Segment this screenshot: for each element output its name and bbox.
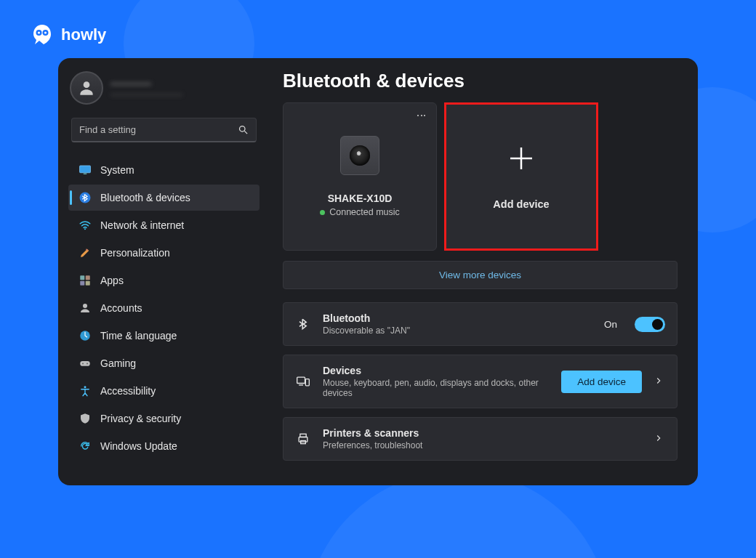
svg-rect-15 <box>86 281 90 286</box>
row-title: Printers & scanners <box>323 427 642 439</box>
button-label: Add device <box>577 376 626 387</box>
svg-rect-9 <box>84 174 87 175</box>
row-printers[interactable]: Printers & scanners Preferences, trouble… <box>283 417 677 461</box>
row-bluetooth[interactable]: Bluetooth Discoverable as "JAN" On <box>283 302 677 346</box>
sidebar-item-accounts[interactable]: Accounts <box>68 295 260 321</box>
page-title: Bluetooth & devices <box>283 70 677 92</box>
brand-text: howly <box>61 25 106 44</box>
sidebar-item-gaming[interactable]: Gaming <box>68 350 260 376</box>
svg-point-19 <box>82 363 84 364</box>
gamepad-icon <box>79 357 92 370</box>
sidebar-item-system[interactable]: System <box>68 157 260 183</box>
clock-globe-icon <box>79 329 92 342</box>
sidebar-item-personalization[interactable]: Personalization <box>68 240 260 266</box>
svg-line-6 <box>244 131 247 134</box>
device-status-text: Connected music <box>329 207 400 217</box>
account-email: ————————— <box>110 89 182 98</box>
search-input[interactable] <box>79 124 238 135</box>
sidebar: ———— ————————— System Bluetooth & device… <box>58 58 265 485</box>
svg-rect-18 <box>80 361 90 366</box>
svg-rect-28 <box>300 434 306 437</box>
svg-rect-13 <box>86 275 90 280</box>
brush-icon <box>79 246 92 259</box>
toggle-label: On <box>604 319 617 330</box>
owl-icon <box>29 22 55 48</box>
avatar <box>70 71 103 105</box>
svg-point-16 <box>83 304 87 308</box>
connected-device-card[interactable]: ⋮ SHAKE-X10D Connected music <box>283 102 437 251</box>
svg-point-3 <box>44 31 47 33</box>
row-devices[interactable]: Devices Mouse, keyboard, pen, audio, dis… <box>283 355 677 408</box>
wifi-icon <box>79 219 92 232</box>
svg-rect-25 <box>305 379 309 386</box>
svg-rect-24 <box>297 377 305 383</box>
bluetooth-icon <box>79 191 92 204</box>
bluetooth-toggle[interactable] <box>635 317 665 332</box>
apps-icon <box>79 274 92 287</box>
monitor-icon <box>79 163 92 177</box>
chevron-right-icon <box>654 376 665 387</box>
row-subtitle: Discoverable as "JAN" <box>323 326 541 336</box>
svg-point-11 <box>84 228 86 230</box>
sidebar-item-network[interactable]: Network & internet <box>68 212 260 238</box>
add-device-button[interactable]: Add device <box>561 371 642 393</box>
search-icon <box>238 124 249 135</box>
sidebar-item-label: Accessibility <box>100 385 156 397</box>
add-device-card[interactable]: Add device <box>444 102 598 251</box>
view-more-devices[interactable]: View more devices <box>283 261 677 289</box>
svg-point-2 <box>38 31 40 33</box>
row-title: Bluetooth <box>323 312 592 324</box>
sidebar-item-accessibility[interactable]: Accessibility <box>68 378 260 404</box>
printer-icon <box>295 431 311 447</box>
sidebar-item-label: Personalization <box>100 247 170 259</box>
sidebar-item-label: System <box>100 164 134 176</box>
row-title: Devices <box>323 365 550 376</box>
sidebar-item-time[interactable]: Time & language <box>68 323 260 349</box>
sidebar-item-label: Accounts <box>100 302 142 314</box>
row-subtitle: Mouse, keyboard, pen, audio, displays an… <box>323 378 541 398</box>
shield-icon <box>79 412 92 425</box>
bluetooth-icon <box>295 316 311 332</box>
sidebar-item-label: Windows Update <box>100 440 177 452</box>
person-icon <box>79 302 92 315</box>
svg-point-21 <box>84 386 87 388</box>
howly-logo: howly <box>29 22 106 48</box>
search-box[interactable] <box>71 118 257 142</box>
device-cards-row: ⋮ SHAKE-X10D Connected music Add device <box>283 102 677 251</box>
speaker-icon <box>340 136 379 175</box>
device-name: SHAKE-X10D <box>328 193 393 204</box>
update-icon <box>79 440 92 453</box>
chevron-right-icon <box>654 433 665 445</box>
sidebar-item-label: Apps <box>100 275 124 286</box>
add-device-label: Add device <box>493 198 549 210</box>
nav: System Bluetooth & devices Network & int… <box>68 157 260 459</box>
settings-window: ———— ————————— System Bluetooth & device… <box>58 58 698 485</box>
plus-icon <box>507 144 536 178</box>
svg-rect-27 <box>299 437 307 442</box>
accessibility-icon <box>79 384 92 397</box>
svg-rect-12 <box>80 275 84 280</box>
sidebar-item-label: Gaming <box>100 357 136 369</box>
status-dot-icon <box>320 210 325 215</box>
sidebar-item-update[interactable]: Windows Update <box>68 433 260 459</box>
sidebar-item-apps[interactable]: Apps <box>68 267 260 294</box>
sidebar-item-label: Bluetooth & devices <box>100 192 190 203</box>
device-status: Connected music <box>320 207 400 217</box>
sidebar-item-bluetooth[interactable]: Bluetooth & devices <box>68 185 260 211</box>
sidebar-item-label: Privacy & security <box>100 413 181 424</box>
sidebar-item-label: Network & internet <box>100 219 184 231</box>
row-subtitle: Preferences, troubleshoot <box>323 440 541 450</box>
account-row[interactable]: ———— ————————— <box>68 68 260 112</box>
sidebar-item-privacy[interactable]: Privacy & security <box>68 405 260 432</box>
svg-point-4 <box>84 81 90 88</box>
svg-point-20 <box>87 363 88 364</box>
devices-icon <box>295 373 311 389</box>
svg-rect-7 <box>80 166 91 173</box>
account-text: ———— ————————— <box>110 78 182 98</box>
view-more-label: View more devices <box>439 270 521 280</box>
main-content: Bluetooth & devices ⋮ SHAKE-X10D Connect… <box>265 58 698 485</box>
svg-point-5 <box>240 126 246 132</box>
more-icon[interactable]: ⋮ <box>416 110 427 121</box>
svg-rect-14 <box>80 281 84 286</box>
account-name: ———— <box>110 78 182 89</box>
